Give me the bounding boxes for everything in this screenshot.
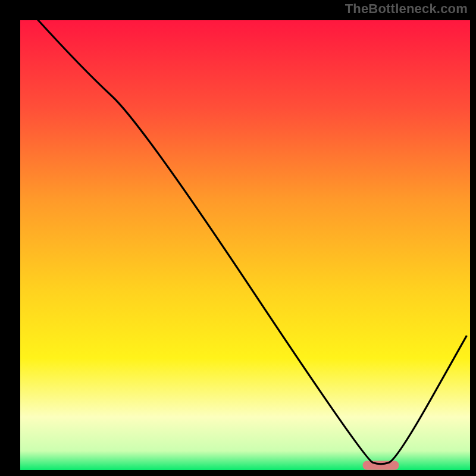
bottleneck-chart <box>0 0 476 476</box>
plot-background <box>19 19 471 471</box>
sweet-spot-marker <box>363 461 399 470</box>
watermark-text: TheBottleneck.com <box>345 1 468 17</box>
chart-frame <box>0 0 476 476</box>
